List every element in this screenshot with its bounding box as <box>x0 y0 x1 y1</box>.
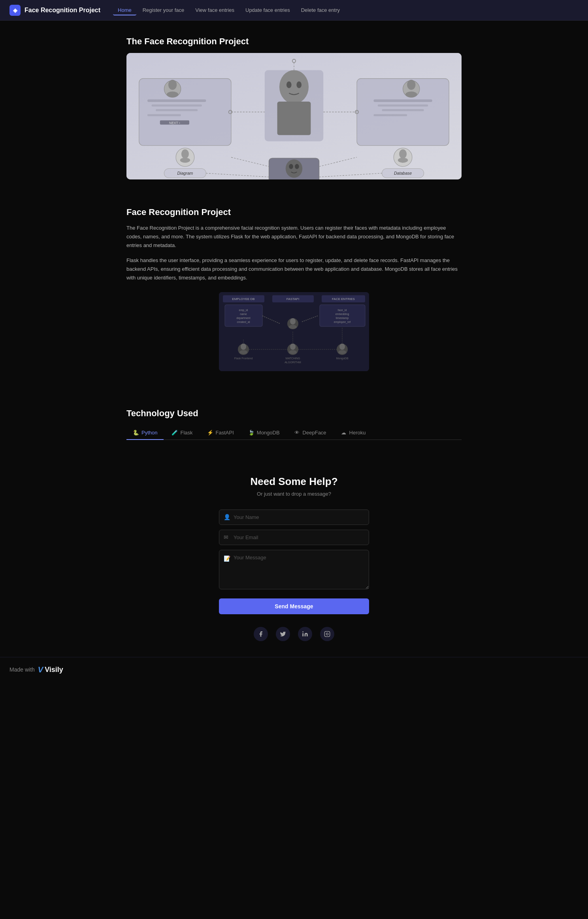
svg-point-19 <box>405 91 417 97</box>
python-icon: 🐍 <box>133 430 139 436</box>
contact-title: Need Some Help? <box>126 476 462 488</box>
about-desc1: The Face Recognition Project is a compre… <box>126 224 462 250</box>
svg-point-4 <box>167 91 179 97</box>
tech-section: Technology Used 🐍 Python 🧪 Flask ⚡ FastA… <box>126 389 462 452</box>
svg-rect-90 <box>324 631 330 636</box>
tab-heroku[interactable]: ☁ Heroku <box>334 426 372 440</box>
name-input[interactable] <box>219 510 369 525</box>
hero-title: The Face Recognition Project <box>126 36 462 47</box>
contact-section: Need Some Help? Or just want to drop a m… <box>126 452 462 657</box>
svg-text:name: name <box>240 313 247 315</box>
tab-python[interactable]: 🐍 Python <box>126 426 164 440</box>
svg-text:ALGORITHM: ALGORITHM <box>285 361 301 364</box>
linkedin-icon[interactable] <box>298 627 312 641</box>
tab-deepface[interactable]: 👁 DeepFace <box>288 426 333 440</box>
svg-point-18 <box>407 80 415 90</box>
nav-delete[interactable]: Delete face entry <box>296 5 345 15</box>
svg-text:embedding: embedding <box>335 313 349 316</box>
hero-diagram-svg: NEXT › <box>126 53 462 179</box>
svg-point-81 <box>339 343 345 350</box>
message-icon: 📝 <box>224 555 230 562</box>
hero-image: NEXT › <box>126 53 462 179</box>
svg-point-38 <box>398 158 408 163</box>
svg-text:created_at: created_at <box>237 321 250 324</box>
svg-rect-22 <box>382 109 424 111</box>
svg-point-33 <box>289 164 293 169</box>
svg-point-82 <box>338 350 346 354</box>
mongodb-icon: 🍃 <box>248 430 254 436</box>
svg-point-72 <box>241 343 246 350</box>
svg-rect-7 <box>156 109 198 111</box>
about-diagram: EMPLOYEE DB FASTAPI FACE ENTRIES emp_id … <box>219 292 369 371</box>
send-button[interactable]: Send Message <box>219 598 369 614</box>
svg-text:MongoDB: MongoDB <box>336 357 348 360</box>
social-links <box>126 627 462 641</box>
svg-rect-20 <box>373 100 432 102</box>
svg-rect-6 <box>152 104 202 106</box>
tech-title: Technology Used <box>126 408 462 419</box>
tab-fastapi[interactable]: ⚡ FastAPI <box>201 426 240 440</box>
visily-brand: Visily <box>45 666 63 674</box>
svg-rect-5 <box>147 100 206 102</box>
svg-text:Database: Database <box>394 171 412 175</box>
deepface-icon: 👁 <box>294 430 300 436</box>
tech-tabs: 🐍 Python 🧪 Flask ⚡ FastAPI 🍃 MongoDB 👁 D… <box>126 426 462 440</box>
svg-text:Diagram: Diagram <box>177 171 193 175</box>
tab-mongodb[interactable]: 🍃 MongoDB <box>242 426 286 440</box>
brand-icon: ◈ <box>9 5 21 16</box>
message-field-wrap: 📝 <box>219 550 369 591</box>
page-content: The Face Recognition Project <box>120 21 468 657</box>
svg-rect-8 <box>147 114 181 116</box>
svg-text:timestamp: timestamp <box>336 317 349 320</box>
svg-text:employee_ref: employee_ref <box>334 321 351 324</box>
svg-point-77 <box>289 350 297 354</box>
contact-form: 👤 ✉ 📝 Send Message <box>219 510 369 614</box>
tab-python-label: Python <box>141 430 157 436</box>
tab-mongodb-label: MongoDB <box>257 430 280 436</box>
email-input[interactable] <box>219 530 369 545</box>
svg-text:EMPLOYEE DB: EMPLOYEE DB <box>232 297 254 301</box>
brand-label: Face Recognition Project <box>24 7 100 14</box>
svg-rect-13 <box>277 102 311 135</box>
message-input[interactable] <box>219 550 369 589</box>
svg-rect-1 <box>139 79 231 146</box>
svg-point-34 <box>295 164 299 169</box>
footer-logo: V Visily <box>38 665 63 674</box>
heroku-icon: ☁ <box>341 430 347 436</box>
svg-rect-21 <box>378 104 428 106</box>
name-icon: 👤 <box>224 514 230 520</box>
svg-point-28 <box>180 158 190 163</box>
svg-point-15 <box>296 81 302 88</box>
nav-update[interactable]: Update face entries <box>241 5 295 15</box>
nav-home[interactable]: Home <box>113 5 136 15</box>
svg-text:NEXT ›: NEXT › <box>169 121 180 125</box>
nav-register[interactable]: Register your face <box>138 5 189 15</box>
tab-flask-label: Flask <box>180 430 192 436</box>
svg-point-14 <box>286 81 292 88</box>
arch-svg: EMPLOYEE DB FASTAPI FACE ENTRIES emp_id … <box>219 292 369 371</box>
svg-text:FACE ENTRIES: FACE ENTRIES <box>332 297 355 301</box>
facebook-icon[interactable] <box>254 627 268 641</box>
nav-view[interactable]: View face entries <box>190 5 239 15</box>
svg-point-27 <box>181 149 189 159</box>
svg-point-37 <box>399 149 407 159</box>
visily-v-icon: V <box>38 665 43 674</box>
tab-deepface-label: DeepFace <box>303 430 326 436</box>
email-icon: ✉ <box>224 534 228 540</box>
tab-flask[interactable]: 🧪 Flask <box>165 426 199 440</box>
svg-text:face_id: face_id <box>338 309 347 312</box>
svg-point-76 <box>290 343 296 350</box>
brand: ◈ Face Recognition Project <box>9 5 100 16</box>
about-section: Face Recognition Project The Face Recogn… <box>126 187 462 389</box>
svg-text:MATCHING: MATCHING <box>286 357 300 360</box>
flask-icon: 🧪 <box>172 430 178 436</box>
svg-text:Flask Frontend: Flask Frontend <box>234 357 253 360</box>
svg-rect-23 <box>373 114 407 116</box>
svg-point-63 <box>290 318 296 325</box>
twitter-icon[interactable] <box>276 627 290 641</box>
svg-point-89 <box>302 631 303 632</box>
footer: Made with V Visily <box>0 657 588 682</box>
instagram-icon[interactable] <box>320 627 334 641</box>
svg-point-3 <box>168 80 177 90</box>
contact-subtitle: Or just want to drop a message? <box>126 491 462 497</box>
